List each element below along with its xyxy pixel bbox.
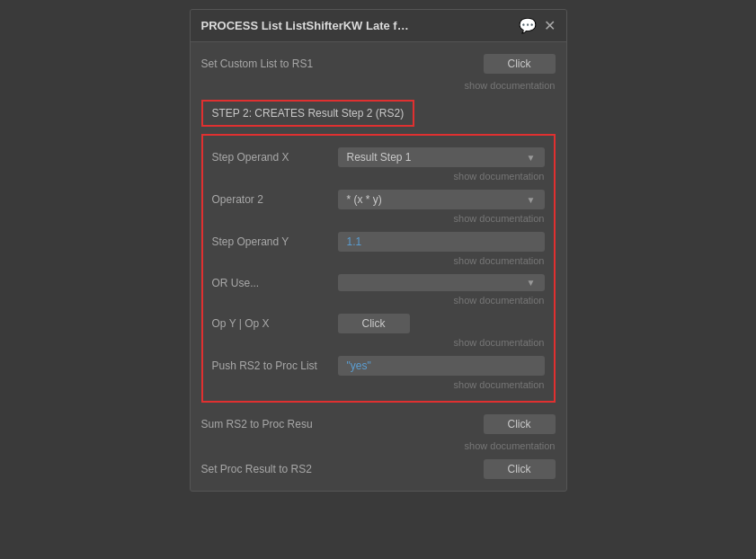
push-rs2-row: Push RS2 to Proc List "yes" bbox=[212, 351, 545, 377]
or-use-label: OR Use... bbox=[212, 277, 338, 289]
step-operand-y-control bbox=[338, 232, 545, 252]
step2-header: STEP 2: CREATES Result Step 2 (RS2) bbox=[201, 100, 415, 127]
sum-rs2-label: Sum RS2 to Proc Resu bbox=[201, 418, 484, 430]
set-custom-list-row: Set Custom List to RS1 Click bbox=[201, 49, 556, 78]
step-operand-y-row: Step Operand Y bbox=[212, 227, 545, 253]
sum-rs2-row: Sum RS2 to Proc Resu Click bbox=[201, 410, 556, 439]
set-proc-result-label: Set Proc Result to RS2 bbox=[201, 463, 484, 475]
set-custom-list-label: Set Custom List to RS1 bbox=[201, 58, 484, 70]
step2-section: Step Operand X Result Step 1 ▼ show docu… bbox=[201, 134, 556, 403]
op-y-op-x-control: Click bbox=[338, 314, 545, 333]
comment-icon[interactable]: 💬 bbox=[519, 17, 537, 34]
step-operand-x-control: Result Step 1 ▼ bbox=[338, 147, 545, 167]
operator2-value: * (x * y) bbox=[347, 193, 382, 206]
step-operand-x-dropdown[interactable]: Result Step 1 ▼ bbox=[338, 147, 545, 167]
or-use-arrow: ▼ bbox=[527, 278, 536, 288]
push-rs2-control: "yes" bbox=[338, 356, 545, 376]
op-y-op-x-click-btn[interactable]: Click bbox=[338, 314, 410, 333]
or-use-row: OR Use... ▼ bbox=[212, 270, 545, 293]
step-operand-x-row: Step Operand X Result Step 1 ▼ bbox=[212, 143, 545, 169]
dialog-title: PROCESS List ListShifterKW Late f… bbox=[201, 19, 409, 32]
step-operand-x-arrow: ▼ bbox=[527, 153, 536, 163]
operator2-dropdown[interactable]: * (x * y) ▼ bbox=[338, 190, 545, 209]
set-proc-result-click-btn[interactable]: Click bbox=[484, 459, 556, 479]
push-rs2-value: "yes" bbox=[338, 356, 545, 376]
op-y-op-x-row: Op Y | Op X Click bbox=[212, 309, 545, 335]
or-use-dropdown[interactable]: ▼ bbox=[338, 274, 545, 291]
or-use-control: ▼ bbox=[338, 274, 545, 291]
step-operand-y-input[interactable] bbox=[338, 232, 545, 252]
push-rs2-showdoc[interactable]: show documentation bbox=[338, 377, 545, 394]
main-dialog: PROCESS List ListShifterKW Late f… 💬 ✕ S… bbox=[190, 9, 567, 492]
push-rs2-label: Push RS2 to Proc List bbox=[212, 359, 338, 372]
op-y-op-x-showdoc[interactable]: show documentation bbox=[338, 335, 545, 351]
dialog-header: PROCESS List ListShifterKW Late f… 💬 ✕ bbox=[191, 10, 566, 42]
sum-rs2-click-btn[interactable]: Click bbox=[484, 414, 556, 434]
operator2-row: Operator 2 * (x * y) ▼ bbox=[212, 185, 545, 211]
operator2-showdoc[interactable]: show documentation bbox=[338, 211, 545, 227]
set-custom-list-click-btn[interactable]: Click bbox=[484, 54, 556, 74]
step-operand-x-label: Step Operand X bbox=[212, 151, 338, 164]
operator2-label: Operator 2 bbox=[212, 193, 338, 206]
operator2-arrow: ▼ bbox=[527, 195, 536, 205]
top-show-doc[interactable]: show documentation bbox=[201, 78, 556, 94]
header-icons: 💬 ✕ bbox=[519, 17, 556, 34]
sum-rs2-showdoc[interactable]: show documentation bbox=[201, 439, 556, 455]
set-proc-result-row: Set Proc Result to RS2 Click bbox=[201, 455, 556, 484]
operator2-control: * (x * y) ▼ bbox=[338, 190, 545, 209]
close-icon[interactable]: ✕ bbox=[544, 17, 556, 34]
op-y-op-x-label: Op Y | Op X bbox=[212, 317, 338, 330]
dialog-body: Set Custom List to RS1 Click show docume… bbox=[191, 42, 566, 491]
or-use-showdoc[interactable]: show documentation bbox=[338, 293, 545, 309]
step-operand-x-showdoc[interactable]: show documentation bbox=[338, 169, 545, 185]
step-operand-y-label: Step Operand Y bbox=[212, 235, 338, 248]
step-operand-y-showdoc[interactable]: show documentation bbox=[338, 253, 545, 270]
step-operand-x-value: Result Step 1 bbox=[347, 151, 412, 164]
